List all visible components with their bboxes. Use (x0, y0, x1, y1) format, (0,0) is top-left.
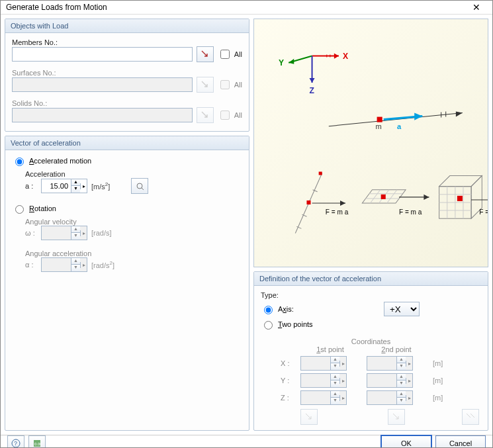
acceleration-label: Acceleration (25, 170, 242, 178)
acceleration-helper-button[interactable] (131, 178, 148, 194)
accelerated-motion-label: Accelerated motion (29, 157, 91, 165)
svg-text:X: X (343, 52, 348, 61)
coordinates-header: Coordinates (261, 337, 481, 345)
angacc-prefix: α : (25, 261, 37, 269)
group-header-definition: Definition of the vector of acceleration (254, 272, 488, 286)
pick-both-points-button (462, 409, 479, 425)
rotation-radio[interactable] (15, 205, 24, 214)
svg-text:F = m a: F = m a (399, 208, 422, 216)
spin-down-icon[interactable]: ▼ (71, 186, 80, 193)
a-prefix: a : (25, 182, 37, 190)
two-points-radio[interactable] (264, 321, 273, 330)
type-label: Type: (261, 291, 481, 299)
solids-input (12, 108, 193, 122)
definition-group: Definition of the vector of acceleration… (253, 271, 488, 431)
svg-rect-17 (377, 117, 382, 122)
svg-rect-23 (306, 201, 310, 204)
coord-x-label: X : (281, 359, 294, 367)
surfaces-all-label: All (234, 81, 242, 89)
solids-all-checkbox (220, 111, 230, 120)
group-header-objects: Objects with Load (5, 19, 249, 33)
svg-text:F = m a: F = m a (326, 208, 349, 216)
members-label: Members No.: (12, 38, 242, 46)
pick-solids-button (197, 107, 213, 123)
objects-with-load-group: Objects with Load Members No.: All Surfa… (5, 19, 249, 132)
svg-marker-42 (439, 176, 482, 187)
pick-surfaces-button (197, 77, 213, 93)
svg-marker-14 (456, 111, 463, 116)
angacc-spinner: ▲▼ ▸ (41, 257, 87, 272)
diagram-preview: X Y Z m a (253, 19, 488, 267)
axis-radio[interactable] (264, 306, 273, 314)
svg-text:Z: Z (310, 86, 315, 95)
svg-rect-24 (319, 171, 322, 175)
surfaces-all-checkbox (220, 80, 230, 89)
svg-rect-50 (457, 196, 463, 201)
two-points-label: Two points (278, 320, 313, 328)
close-icon[interactable]: ✕ (466, 1, 487, 14)
svg-marker-3 (334, 54, 339, 59)
svg-text:Y: Y (279, 58, 284, 67)
svg-marker-20 (414, 113, 422, 120)
cancel-button[interactable]: Cancel (435, 435, 486, 448)
vector-acceleration-group: Vector of acceleration Accelerated motio… (5, 136, 249, 431)
svg-line-1 (142, 188, 144, 190)
solids-label: Solids No.: (12, 99, 242, 107)
help-button[interactable]: ? (7, 435, 24, 448)
svg-marker-39 (424, 195, 429, 200)
svg-line-13 (329, 113, 463, 126)
angvel-unit: [rad/s] (91, 229, 112, 237)
pt1-header: 1st point (300, 345, 360, 353)
accelerated-motion-radio[interactable] (15, 157, 24, 166)
acceleration-unit: [m/s2] (91, 181, 110, 191)
members-all-checkbox[interactable] (220, 50, 230, 59)
svg-line-27 (313, 190, 318, 192)
diagram-svg: X Y Z m a (254, 19, 488, 267)
angvel-label: Angular velocity (25, 218, 242, 226)
coord-x2: ▲▼▸ (367, 356, 413, 371)
members-all-label: All (234, 50, 242, 58)
coord-y2: ▲▼▸ (367, 373, 413, 388)
pick-members-button[interactable] (197, 46, 213, 62)
spin-up-icon[interactable]: ▲ (71, 179, 80, 186)
coord-y-label: Y : (281, 377, 294, 384)
surfaces-input (12, 77, 193, 92)
svg-line-34 (387, 190, 397, 203)
angvel-prefix: ω : (25, 229, 37, 237)
angacc-unit: [rad/s2] (91, 260, 114, 269)
coord-y1: ▲▼▸ (300, 373, 347, 388)
coord-z1: ▲▼▸ (300, 390, 347, 405)
axis-select[interactable]: +X (384, 302, 420, 316)
svg-text:m: m (376, 122, 382, 130)
surfaces-label: Surfaces No.: (12, 69, 242, 77)
coord-z-label: Z : (281, 394, 294, 402)
spin-menu-icon[interactable]: ▸ (80, 183, 87, 189)
units-button[interactable]: 0.00 (28, 435, 46, 448)
svg-marker-11 (310, 78, 315, 83)
ok-button[interactable]: OK (381, 435, 431, 448)
svg-marker-8 (289, 59, 294, 64)
svg-text:a: a (397, 122, 402, 130)
solids-all-label: All (234, 111, 242, 119)
svg-rect-37 (381, 195, 386, 199)
footer: ? 0.00 OK Cancel (1, 435, 492, 448)
svg-text:?: ? (14, 440, 17, 447)
angvel-spinner: ▲▼ ▸ (41, 226, 87, 240)
acceleration-spinner[interactable]: 15.00 ▲▼ ▸ (41, 179, 87, 193)
axis-label: Axis: (278, 305, 294, 313)
svg-marker-29 (340, 201, 345, 206)
pick-point1-button (300, 409, 318, 425)
svg-text:F = m a: F = m a (479, 208, 488, 216)
svg-text:0.00: 0.00 (34, 442, 42, 446)
group-header-vector: Vector of acceleration (5, 136, 249, 150)
window-title: Generate Loads from Motion (6, 3, 466, 12)
svg-point-0 (137, 183, 142, 189)
content: Objects with Load Members No.: All Surfa… (1, 15, 492, 435)
members-input[interactable] (12, 47, 193, 62)
coord-x1: ▲▼▸ (300, 356, 347, 371)
titlebar: Generate Loads from Motion ✕ (1, 1, 492, 15)
svg-line-32 (370, 190, 380, 203)
pt2-header: 2nd point (367, 345, 426, 353)
rotation-label: Rotation (29, 204, 56, 212)
angacc-label: Angular acceleration (25, 249, 242, 257)
